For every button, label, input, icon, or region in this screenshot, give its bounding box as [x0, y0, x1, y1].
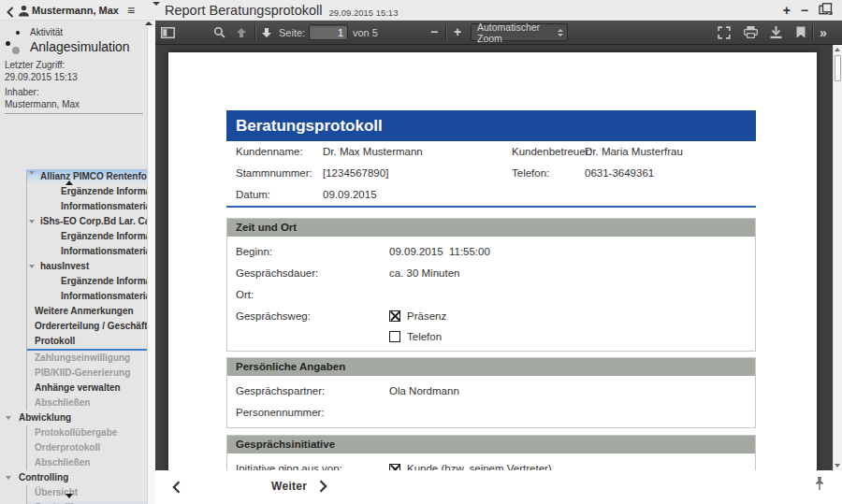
- last-access-label: Letzter Zugriff:: [5, 60, 65, 70]
- download-icon[interactable]: [770, 21, 782, 44]
- location-label: Ort:: [236, 284, 254, 306]
- duration-value: ca. 30 Minuten: [389, 263, 459, 284]
- activity-label: Aktivität: [30, 27, 63, 37]
- document-title: Beratungsprotokoll: [226, 110, 756, 141]
- date-label: Datum:: [236, 184, 270, 206]
- menu-icon[interactable]: ≡: [127, 0, 135, 21]
- previous-step-button[interactable]: [172, 481, 181, 497]
- window-zoom-out-button[interactable]: −: [801, 0, 808, 21]
- partner-label: Gesprächspartner:: [236, 381, 325, 402]
- checkbox-telefon: [389, 331, 400, 342]
- more-tools-icon[interactable]: »: [820, 21, 827, 44]
- section-header: Zeit und Ort: [227, 219, 755, 237]
- begin-label: Beginn:: [236, 241, 272, 263]
- section-zeit-und-ort: Zeit und Ort Beginn: 09.09.2015 11:55:00…: [226, 218, 756, 352]
- owner-label: Inhaber:: [5, 87, 39, 97]
- sidebar-divider: [5, 113, 143, 114]
- tree-item-pib-kiid-generierung: PIB/KIID-Generierung: [27, 366, 147, 381]
- tree-item-controlling[interactable]: Controlling: [0, 470, 147, 485]
- tree-group-abwicklung: Protokollübergabe Orderprotokoll Abschli…: [26, 425, 147, 470]
- channel-label: Gesprächsweg:: [236, 306, 311, 326]
- next-step-button[interactable]: Weiter: [271, 480, 327, 493]
- tree-scroll-up-icon[interactable]: [65, 180, 73, 185]
- activity-tree: Allianz PIMCO Rentenfo... Ergänzende Inf…: [0, 169, 147, 504]
- customer-name-value: Dr. Max Mustermann: [323, 141, 423, 163]
- section-header: Gesprächsinitiative: [227, 436, 755, 454]
- document-rule: [226, 206, 756, 208]
- advisor-label: Kundenbetreuer:: [512, 141, 592, 163]
- tree-item-protokoll-selected[interactable]: Protokoll: [27, 334, 147, 351]
- pdf-toolbar: Seite: von 5 − + Automatischer Zoom »: [155, 21, 842, 45]
- phone-value: 0631-3649361: [585, 163, 654, 184]
- activity-bullet-icon: [16, 31, 20, 35]
- activity-name[interactable]: Anlagesimulation: [30, 39, 130, 54]
- date-value: 09.09.2015: [323, 184, 377, 206]
- pdf-scrollbar-track[interactable]: [833, 45, 842, 470]
- section-persoenliche-angaben: Persönliche Angaben Gesprächspartner: Ol…: [226, 357, 756, 428]
- tree-item-allianz-ergaenzende-informationen[interactable]: Ergänzende Informa...: [27, 184, 147, 199]
- sidebar: Aktivität Anlagesimulation Letzter Zugri…: [0, 21, 155, 504]
- tree-item-uebersicht: Übersicht: [27, 485, 147, 500]
- zoom-in-button[interactable]: +: [454, 21, 461, 44]
- window-zoom-in-button[interactable]: +: [783, 0, 791, 21]
- section-gespraechsinitiative: Gesprächsinitiative Initiative ging aus …: [226, 435, 756, 470]
- advisor-value: Dr. Maria Musterfrau: [585, 141, 683, 163]
- page-number-input[interactable]: [309, 24, 348, 40]
- tree-item-hausinvest-informationsmaterial[interactable]: Informationsmaterial: [27, 289, 147, 304]
- partner-value: Ola Nordmann: [389, 381, 459, 402]
- simulation-dot-icon: [12, 47, 20, 54]
- tree-item-hausinvest[interactable]: hausInvest: [27, 259, 147, 274]
- simulation-dot-icon: [6, 41, 10, 46]
- pin-icon[interactable]: [814, 476, 825, 495]
- zoom-mode-select[interactable]: Automatischer Zoom: [471, 23, 568, 41]
- next-step-label: Weiter: [271, 480, 307, 493]
- user-name[interactable]: Mustermann, Max: [32, 5, 119, 16]
- window-restore-icon[interactable]: [819, 2, 833, 19]
- collapse-caret-icon: [6, 416, 11, 420]
- last-access-value: 29.09.2015 15:13: [5, 72, 78, 82]
- tree-item-weitere-anmerkungen[interactable]: Weitere Anmerkungen: [27, 304, 147, 319]
- duration-label: Gesprächsdauer:: [236, 263, 318, 284]
- zoom-mode-value: Automatischer Zoom: [477, 22, 558, 44]
- back-icon[interactable]: [7, 5, 14, 22]
- page-up-icon[interactable]: [236, 21, 247, 44]
- customer-number-label: Stammnummer:: [236, 163, 312, 184]
- tree-item-abwicklung[interactable]: Abwicklung: [0, 410, 147, 425]
- collapse-caret-icon: [29, 220, 35, 223]
- scrollbar-up-icon[interactable]: [835, 48, 840, 51]
- scrollbar-down-icon[interactable]: [835, 464, 840, 468]
- app-header: Mustermann, Max ≡ Report Beratungsprotok…: [0, 0, 842, 21]
- tree-item-ishs-eo[interactable]: iShs-EO Corp.Bd Lar. Ca...: [27, 214, 147, 229]
- page-down-icon[interactable]: [261, 21, 272, 44]
- sort-icon[interactable]: [145, 6, 152, 22]
- tree-item-allianz-pimco[interactable]: Allianz PIMCO Rentenfo...: [27, 169, 147, 184]
- tree-item-ordererteilung[interactable]: Ordererteilung / Geschäfts...: [27, 319, 147, 334]
- customer-name-label: Kundenname:: [236, 141, 303, 163]
- bookmark-icon[interactable]: [796, 21, 806, 44]
- tree-item-ishs-informationsmaterial[interactable]: Informationsmaterial: [27, 244, 147, 259]
- collapse-caret-icon: [6, 476, 11, 480]
- search-icon[interactable]: [213, 21, 225, 44]
- sidebar-toggle-icon[interactable]: [161, 21, 175, 44]
- checkbox-kunde: [389, 464, 400, 471]
- tree-item-anhaenge-verwalten[interactable]: Anhänge verwalten: [27, 381, 147, 396]
- print-icon[interactable]: [744, 21, 758, 44]
- zoom-out-button[interactable]: −: [430, 21, 438, 44]
- tree-item-ishs-ergaenzende-informationen[interactable]: Ergänzende Informa...: [27, 229, 147, 244]
- fullscreen-icon[interactable]: [718, 21, 731, 44]
- tree-item-orderprotokoll: Orderprotokoll: [27, 440, 147, 455]
- customer-number-value: [1234567890]: [323, 163, 388, 184]
- checkbox-praesenz-label: Präsenz: [407, 306, 446, 326]
- tree-item-allianz-informationsmaterial[interactable]: Informationsmaterial: [27, 199, 147, 214]
- page-timestamp: 29.09.2015 15:13: [328, 7, 398, 18]
- phone-label: Telefon:: [512, 163, 549, 184]
- pdf-scrollbar-thumb[interactable]: [835, 55, 841, 81]
- tree-item-abschliessen-2: Abschließen: [27, 455, 147, 470]
- sidebar-scrollbar-track[interactable]: [147, 21, 155, 504]
- person-number-label: Personennummer:: [236, 402, 325, 424]
- toolbar-separator: [812, 24, 813, 40]
- tree-scroll-down-icon[interactable]: [65, 494, 73, 498]
- checkbox-praesenz: [389, 310, 400, 322]
- tree-item-hausinvest-ergaenzende-informationen[interactable]: Ergänzende Informa...: [27, 274, 147, 289]
- tree-item-protokolluebergabe: Protokollübergabe: [27, 425, 147, 440]
